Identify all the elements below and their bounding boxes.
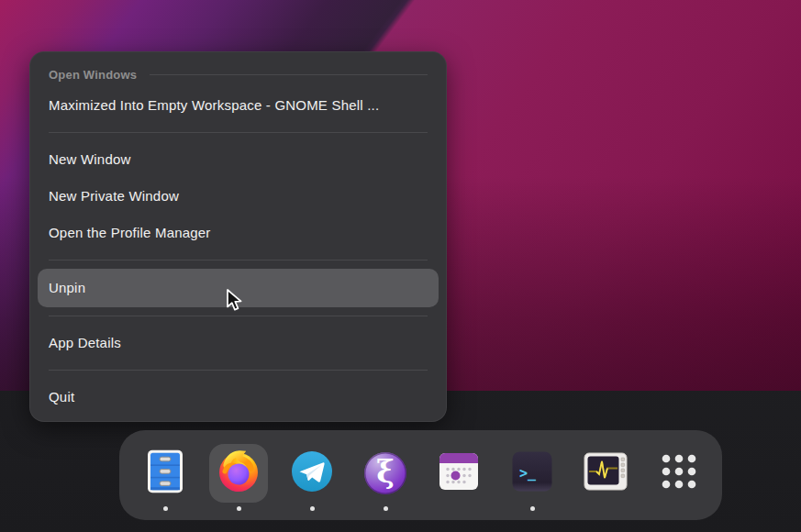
dock-item-terminal[interactable]: >_ — [503, 444, 562, 511]
menu-item-open-profile-manager[interactable]: Open the Profile Manager — [30, 215, 446, 251]
dock-item-show-apps[interactable] — [650, 444, 708, 511]
running-indicator-dot — [530, 506, 535, 511]
dock-item-telegram[interactable] — [283, 444, 341, 511]
svg-text:>_: >_ — [519, 465, 537, 482]
telegram-icon — [291, 450, 333, 496]
menu-item-quit[interactable]: Quit — [30, 379, 446, 416]
dock-item-files[interactable] — [136, 444, 195, 511]
running-indicator-dot — [310, 506, 315, 511]
calendar-icon — [438, 450, 480, 496]
menu-item-new-private-window[interactable]: New Private Window — [30, 178, 446, 215]
emacs-icon: ξ — [364, 452, 406, 494]
running-indicator-dot — [163, 506, 168, 511]
app-grid-icon — [658, 450, 700, 496]
menu-section-header: Open Windows — [30, 52, 446, 87]
menu-separator — [49, 316, 428, 316]
firefox-icon — [217, 449, 261, 497]
menu-separator — [49, 370, 428, 371]
dash-dock: ξ — [119, 430, 722, 520]
menu-item-app-details[interactable]: App Details — [30, 325, 446, 361]
menu-item-unpin[interactable]: Unpin — [38, 269, 439, 307]
menu-separator — [49, 132, 428, 133]
dock-item-calendar[interactable] — [429, 444, 488, 511]
file-cabinet-icon — [144, 449, 186, 497]
menu-item-new-window[interactable]: New Window — [30, 141, 446, 178]
dock-item-emacs[interactable]: ξ — [356, 444, 415, 511]
menu-separator — [49, 260, 428, 260]
app-context-menu: Open Windows Maximized Into Empty Worksp… — [29, 51, 447, 422]
running-indicator-dot — [384, 506, 388, 511]
desktop-screen: Open Windows Maximized Into Empty Worksp… — [0, 0, 801, 532]
system-monitor-icon — [584, 452, 628, 494]
terminal-icon: >_ — [511, 450, 553, 496]
dock-item-system-monitor[interactable] — [576, 444, 635, 511]
running-indicator-dot — [237, 506, 241, 511]
menu-section-title: Open Windows — [49, 68, 137, 82]
menu-section-rule — [150, 74, 428, 75]
dock-item-firefox[interactable] — [209, 444, 268, 511]
menu-item-open-window[interactable]: Maximized Into Empty Workspace - GNOME S… — [30, 87, 446, 124]
